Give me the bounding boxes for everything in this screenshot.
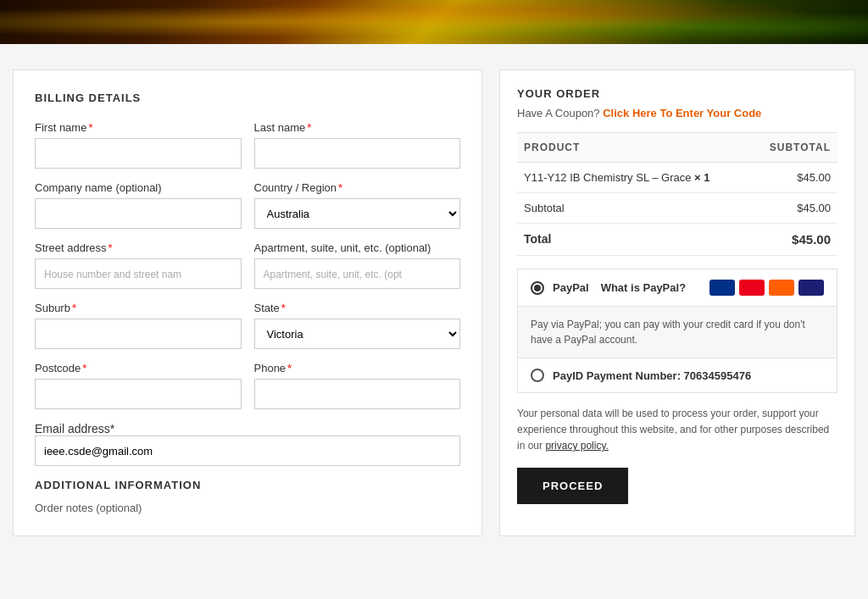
paypal-desc-row: Pay via PayPal; you can pay with your cr… <box>518 307 837 358</box>
phone-label: Phone* <box>254 362 461 374</box>
paypal-radio[interactable] <box>531 281 544 295</box>
subtotal-amount: $45.00 <box>750 193 837 224</box>
total-row: Total $45.00 <box>517 224 837 256</box>
company-input[interactable] <box>35 198 242 229</box>
apartment-input[interactable] <box>254 258 461 289</box>
street-apartment-row: Street address* Apartment, suite, unit, … <box>35 241 460 289</box>
coupon-text: Have A Coupon? Click Here To Enter Your … <box>517 107 761 119</box>
paypal-option[interactable]: PayPal What is PayPal? <box>518 269 837 307</box>
email-input[interactable] <box>35 435 460 466</box>
postcode-phone-row: Postcode* Phone* <box>35 362 460 409</box>
apartment-label: Apartment, suite, unit, etc. (optional) <box>254 241 461 254</box>
state-group: State* Victoria <box>254 302 461 349</box>
last-name-input[interactable] <box>254 138 461 169</box>
payid-option[interactable]: PayID Payment Number: 70634595476 <box>518 358 837 392</box>
phone-input[interactable] <box>254 379 461 409</box>
order-row-name: Y11-Y12 IB Chemistry SL – Grace × 1 <box>517 163 750 193</box>
billing-title: BILLING DETAILS <box>35 92 460 104</box>
state-label: State* <box>254 302 461 314</box>
company-label: Company name (optional) <box>35 181 242 194</box>
country-label: Country / Region* <box>254 181 461 194</box>
suburb-label: Suburb* <box>35 302 242 314</box>
subtotal-col-header: SUBTOTAL <box>750 133 837 163</box>
company-country-row: Company name (optional) Country / Region… <box>35 181 460 229</box>
paypal-card-icons <box>709 280 824 296</box>
state-select[interactable]: Victoria <box>254 319 461 349</box>
paypal-description: What is PayPal? <box>601 281 686 294</box>
subtotal-row: Subtotal $45.00 <box>517 193 837 224</box>
email-label: Email address* <box>35 422 114 435</box>
apartment-group: Apartment, suite, unit, etc. (optional) <box>254 241 461 289</box>
first-name-label: First name* <box>35 121 242 134</box>
order-panel: YOUR ORDER Have A Coupon? Click Here To … <box>499 69 855 536</box>
street-input[interactable] <box>35 258 242 289</box>
order-notes-label: Order notes (optional) <box>35 502 460 514</box>
postcode-label: Postcode* <box>35 362 242 374</box>
paypal-label: PayPal <box>553 281 589 294</box>
name-row: First name* Last name* <box>35 121 460 169</box>
postcode-input[interactable] <box>35 379 242 409</box>
privacy-text: Your personal data will be used to proce… <box>517 406 837 455</box>
company-group: Company name (optional) <box>35 181 242 229</box>
total-amount: $45.00 <box>750 224 837 256</box>
postcode-group: Postcode* <box>35 362 242 409</box>
order-table: PRODUCT SUBTOTAL Y11-Y12 IB Chemistry SL… <box>517 132 837 256</box>
last-name-label: Last name* <box>254 121 461 134</box>
street-group: Street address* <box>35 241 242 289</box>
payid-radio[interactable] <box>531 369 544 382</box>
product-col-header: PRODUCT <box>517 133 750 163</box>
paypal-desc-text: Pay via PayPal; you can pay with your cr… <box>531 317 824 347</box>
suburb-state-row: Suburb* State* Victoria <box>35 302 460 349</box>
order-title: YOUR ORDER <box>517 87 600 100</box>
country-select[interactable]: Australia <box>254 198 461 229</box>
privacy-policy-link[interactable]: privacy policy. <box>545 440 608 452</box>
street-label: Street address* <box>35 241 242 254</box>
proceed-button[interactable]: PROCEED <box>517 468 628 504</box>
additional-info-title: ADDITIONAL INFORMATION <box>35 479 460 491</box>
order-header: YOUR ORDER Have A Coupon? Click Here To … <box>517 87 837 119</box>
payid-label: PayID Payment Number: 70634595476 <box>553 369 751 382</box>
suburb-input[interactable] <box>35 319 242 349</box>
header-banner <box>0 0 868 44</box>
email-group: Email address* <box>35 422 460 466</box>
order-row-amount: $45.00 <box>750 163 837 193</box>
billing-panel: BILLING DETAILS First name* Last name* C… <box>13 69 482 536</box>
phone-group: Phone* <box>254 362 461 409</box>
coupon-link[interactable]: Click Here To Enter Your Code <box>603 107 761 119</box>
first-name-input[interactable] <box>35 138 242 169</box>
last-name-group: Last name* <box>254 121 461 169</box>
country-group: Country / Region* Australia <box>254 181 461 229</box>
suburb-group: Suburb* <box>35 302 242 349</box>
payment-box: PayPal What is PayPal? Pay via PayPal; y… <box>517 269 837 393</box>
first-name-group: First name* <box>35 121 242 169</box>
order-row: Y11-Y12 IB Chemistry SL – Grace × 1 $45.… <box>517 163 837 193</box>
total-label: Total <box>517 224 750 256</box>
subtotal-label: Subtotal <box>517 193 750 224</box>
